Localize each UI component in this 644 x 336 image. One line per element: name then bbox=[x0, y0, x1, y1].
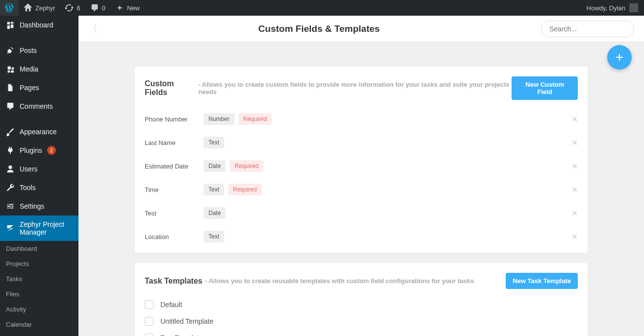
custom-field-row[interactable]: TimeTextRequired✕ bbox=[145, 178, 578, 201]
updates-link[interactable]: 6 bbox=[60, 0, 85, 16]
custom-field-row[interactable]: Last NameText✕ bbox=[145, 131, 578, 154]
sidebar-label: Users bbox=[20, 165, 38, 173]
site-link[interactable]: Zephyr bbox=[19, 0, 60, 16]
field-type-tag: Number bbox=[204, 113, 234, 125]
plugins-badge: 2 bbox=[47, 146, 56, 155]
template-row[interactable]: Untitled Template bbox=[145, 313, 578, 330]
field-type-tag: Text bbox=[204, 137, 224, 148]
delete-field-button[interactable]: ✕ bbox=[571, 162, 578, 171]
pin-icon bbox=[6, 46, 15, 55]
avatar bbox=[629, 3, 638, 12]
sidebar-item-posts[interactable]: Posts bbox=[0, 41, 78, 60]
site-name: Zephyr bbox=[35, 4, 55, 12]
admin-bar-right[interactable]: Howdy, Dylan bbox=[587, 3, 644, 12]
admin-bar-left: Zephyr 6 0 New bbox=[0, 0, 145, 16]
sidebar-label: Appearance bbox=[20, 128, 57, 136]
wp-logo[interactable] bbox=[0, 0, 19, 16]
template-name: Test Template bbox=[160, 334, 203, 336]
media-icon bbox=[6, 65, 15, 73]
field-type-tag: Date bbox=[204, 160, 226, 172]
template-name: Untitled Template bbox=[160, 317, 213, 325]
plug-icon bbox=[6, 146, 15, 155]
sidebar-item-plugins[interactable]: Plugins2 bbox=[0, 141, 78, 160]
user-icon bbox=[6, 165, 15, 173]
sidebar-item-appearance[interactable]: Appearance bbox=[0, 122, 78, 141]
main-content: 〈 Custom Fields & Templates + Custom Fie… bbox=[78, 16, 644, 336]
sliders-icon bbox=[6, 202, 15, 211]
template-checkbox[interactable] bbox=[145, 300, 154, 309]
zephyr-icon bbox=[6, 224, 15, 233]
sub-dashboard[interactable]: Dashboard bbox=[0, 241, 78, 256]
template-row[interactable]: Default bbox=[145, 296, 578, 313]
fab-add-button[interactable]: + bbox=[607, 45, 632, 70]
field-type-tag: Date bbox=[204, 207, 226, 219]
sub-calendar[interactable]: Calendar bbox=[0, 317, 78, 332]
sidebar-label: Plugins bbox=[20, 146, 42, 154]
custom-fields-card: Custom Fields - Allows you to create cus… bbox=[135, 67, 588, 253]
custom-field-row[interactable]: Estimated DateDateRequired✕ bbox=[145, 154, 578, 178]
sidebar-item-media[interactable]: Media bbox=[0, 60, 78, 78]
sidebar-item-tools[interactable]: Tools bbox=[0, 178, 78, 197]
new-label: New bbox=[127, 4, 140, 12]
template-name: Default bbox=[160, 301, 182, 309]
sidebar-label: Zephyr Project Manager bbox=[20, 220, 73, 236]
required-tag: Required bbox=[228, 184, 262, 195]
required-tag: Required bbox=[230, 160, 263, 172]
card-title: Task Templates bbox=[145, 277, 203, 286]
sidebar-label: Comments bbox=[20, 102, 53, 110]
topbar: 〈 Custom Fields & Templates bbox=[78, 16, 644, 42]
comments-count: 0 bbox=[102, 4, 105, 12]
field-name: Last Name bbox=[145, 139, 204, 146]
sidebar-label: Settings bbox=[20, 202, 45, 210]
field-name: Time bbox=[145, 186, 204, 193]
howdy-text: Howdy, Dylan bbox=[587, 4, 625, 12]
delete-field-button[interactable]: ✕ bbox=[571, 138, 578, 147]
card-desc: - Allows you to create reusable template… bbox=[205, 277, 474, 285]
field-type-tag: Text bbox=[204, 184, 224, 195]
sub-activity[interactable]: Activity bbox=[0, 302, 78, 317]
admin-sidebar: Dashboard Posts Media Pages Comments App… bbox=[0, 16, 78, 336]
back-button[interactable]: 〈 bbox=[88, 23, 97, 35]
comments-link[interactable]: 0 bbox=[85, 0, 110, 16]
templates-card: Task Templates - Allows you to create re… bbox=[135, 263, 588, 336]
sidebar-item-users[interactable]: Users bbox=[0, 160, 78, 178]
sidebar-label: Tools bbox=[20, 184, 36, 192]
plus-icon bbox=[115, 3, 124, 12]
template-row[interactable]: Test Template bbox=[145, 330, 578, 336]
comment-icon bbox=[6, 102, 15, 111]
custom-field-row[interactable]: LocationText✕ bbox=[145, 225, 578, 248]
sidebar-item-pages[interactable]: Pages bbox=[0, 78, 78, 97]
sidebar-item-settings[interactable]: Settings bbox=[0, 197, 78, 216]
delete-field-button[interactable]: ✕ bbox=[571, 185, 578, 194]
new-custom-field-button[interactable]: New Custom Field bbox=[512, 76, 578, 100]
field-name: Estimated Date bbox=[145, 163, 204, 170]
card-desc: - Allows you to create custom fields to … bbox=[198, 81, 512, 96]
home-icon bbox=[24, 3, 32, 12]
field-type-tag: Text bbox=[204, 231, 224, 242]
page-title: Custom Fields & Templates bbox=[97, 24, 541, 34]
sidebar-label: Media bbox=[20, 65, 38, 73]
new-link[interactable]: New bbox=[110, 0, 145, 16]
delete-field-button[interactable]: ✕ bbox=[571, 232, 578, 241]
custom-field-row[interactable]: Phone NumberNumberRequired✕ bbox=[145, 107, 578, 131]
sub-files[interactable]: Files bbox=[0, 287, 78, 302]
search-input[interactable] bbox=[541, 21, 634, 37]
new-task-template-button[interactable]: New Task Template bbox=[506, 273, 578, 289]
admin-bar: Zephyr 6 0 New Howdy, Dylan bbox=[0, 0, 644, 16]
field-name: Phone Number bbox=[145, 116, 204, 123]
sidebar-item-zephyr[interactable]: Zephyr Project Manager bbox=[0, 216, 78, 241]
custom-field-row[interactable]: TestDate✕ bbox=[145, 201, 578, 225]
template-checkbox[interactable] bbox=[145, 317, 154, 326]
template-checkbox[interactable] bbox=[145, 334, 154, 336]
sub-projects[interactable]: Projects bbox=[0, 256, 78, 271]
sub-categories[interactable]: Categories bbox=[0, 332, 78, 336]
updates-count: 6 bbox=[77, 4, 80, 12]
delete-field-button[interactable]: ✕ bbox=[571, 115, 578, 124]
sidebar-item-comments[interactable]: Comments bbox=[0, 97, 78, 116]
refresh-icon bbox=[65, 3, 74, 12]
card-title: Custom Fields bbox=[145, 79, 196, 97]
sub-tasks[interactable]: Tasks bbox=[0, 271, 78, 287]
delete-field-button[interactable]: ✕ bbox=[571, 209, 578, 218]
sidebar-item-dashboard[interactable]: Dashboard bbox=[0, 16, 78, 34]
field-name: Test bbox=[145, 210, 204, 217]
